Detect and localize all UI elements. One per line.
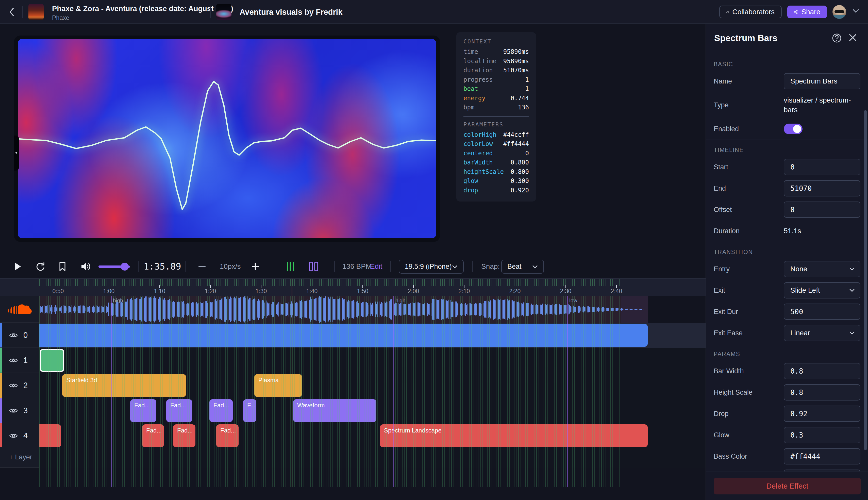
volume-button[interactable] [81,254,91,279]
layer-header-4[interactable]: 4 [0,423,39,448]
layer-header-0[interactable]: 0 [0,323,39,348]
field-control: 0 [784,202,860,218]
clip-f-[interactable]: F... [243,399,256,422]
field-control: 0.3 [784,427,860,443]
field-input[interactable]: 0.92 [784,406,860,422]
zoom-out-button[interactable] [198,254,206,279]
back-button[interactable] [5,0,18,24]
audio-track-lane[interactable] [39,296,706,323]
top-bar: Phaxe & Zora - Aventura (release date: A… [0,0,868,24]
marker-label: high [113,297,123,304]
add-layer-button[interactable]: + Layer [0,447,39,468]
layer-row-0[interactable] [39,323,706,348]
zoom-in-button[interactable] [252,254,259,279]
layer-row-3[interactable]: Fad...Fad...Fad...F...Waveform [39,398,706,423]
field-input[interactable]: 0.3 [784,427,860,443]
field-control: 0 [784,159,860,175]
user-menu-caret[interactable] [852,9,859,13]
field-label: Exit Ease [714,329,784,337]
context-label: progress [464,76,493,83]
field-input[interactable]: Spectrum Bars [784,73,860,89]
clip-fad-[interactable]: Fad... [209,399,233,422]
help-button[interactable] [832,33,842,43]
field-input[interactable]: 0.8 [784,384,860,400]
clip[interactable] [39,424,61,447]
field-input[interactable]: 0 [784,159,860,175]
play-button[interactable] [14,254,21,279]
layer-visibility-toggle[interactable] [9,357,18,363]
field-input[interactable]: 0.8 [784,363,860,379]
layer-row-2[interactable]: Starfield 3dPlasma [39,373,706,398]
layer-number: 1 [23,356,28,365]
layer-visibility-toggle[interactable] [9,433,18,439]
snap-select[interactable]: Beat [501,260,544,274]
delete-effect-button[interactable]: Delete Effect [714,478,861,495]
layer-visibility-toggle[interactable] [9,408,18,413]
volume-slider-thumb[interactable] [121,263,129,271]
timeline-ruler[interactable]: 0:501:001:101:201:301:401:502:002:102:20… [0,278,706,296]
layer-visibility-toggle[interactable] [9,332,18,338]
bookmark-button[interactable] [59,254,66,279]
field-input[interactable]: #ff4444 [784,448,860,465]
clip-starfield-3d[interactable]: Starfield 3d [62,374,186,397]
ruler-time-label: 2:00 [403,288,424,295]
enabled-toggle[interactable] [784,124,802,134]
clip-plasma[interactable]: Plasma [254,374,302,397]
context-row: time95890ms [464,47,529,57]
volume-slider[interactable] [99,265,130,268]
bpm-edit-link[interactable]: Edit [370,254,382,279]
clip-fad-[interactable]: Fad... [166,399,192,422]
playhead[interactable] [292,278,293,487]
layer-row-4[interactable]: Fad...Fad...Fad...Spectrum Landscape [39,423,706,448]
field-control: 500 [784,304,860,320]
project-thumbnail[interactable] [216,4,231,20]
layer-row-1[interactable] [39,348,706,373]
collaborators-label: Collaborators [732,8,775,16]
clip-fad-[interactable]: Fad... [216,424,239,447]
field-input[interactable]: 51070 [784,180,860,196]
field-input[interactable]: 0 [784,202,860,218]
divider [138,261,139,272]
bar-markers-toggle[interactable] [309,254,319,279]
field-label: Drop [714,410,784,418]
loop-button[interactable] [35,254,45,279]
album-art-thumbnail[interactable] [28,4,44,20]
marker-label: low [569,297,578,304]
clip-fad-[interactable]: Fad... [130,399,156,422]
field-select[interactable]: None [784,261,860,277]
layer-visibility-toggle[interactable] [9,383,18,388]
loop-icon [35,262,45,271]
avatar[interactable] [833,5,846,19]
field-row-duration: Duration51.1s [714,220,860,242]
panel-scrollbar-thumb[interactable] [864,110,867,450]
field-row-type: Typevisualizer / spectrum-bars [714,92,860,118]
clip[interactable] [39,324,648,347]
chevron-down-icon [532,265,538,269]
layer-header-3[interactable]: 3 [0,398,39,423]
clip-selected[interactable] [40,349,64,372]
side-drawer-handle[interactable] [14,136,19,171]
audio-track-header[interactable] [0,296,39,323]
clip-waveform[interactable]: Waveform [293,399,376,422]
field-input[interactable]: #44ccff [784,469,860,471]
close-icon [848,33,857,42]
field-select[interactable]: Linear [784,325,860,341]
layer-number: 3 [23,406,28,415]
clip-spectrum-landscape[interactable]: Spectrum Landscape [380,424,648,447]
panel-title: Spectrum Bars [714,33,777,43]
close-panel-button[interactable] [848,33,857,42]
beat-grid-toggle[interactable] [286,254,294,279]
layer-header-1[interactable]: 1 [0,348,39,373]
clip-fad-[interactable]: Fad... [173,424,195,447]
share-label: Share [801,8,820,16]
context-value: 1 [525,76,529,83]
field-select[interactable]: Slide Left [784,282,860,298]
aspect-ratio-select[interactable]: 19.5:9 (iPhone) [399,260,464,274]
layer-header-2[interactable]: 2 [0,373,39,398]
context-label: beat [464,85,478,92]
collaborators-button[interactable]: Collaborators [719,5,782,18]
layer-number: 2 [23,381,28,390]
field-input[interactable]: 500 [784,304,860,320]
clip-fad-[interactable]: Fad... [142,424,164,447]
share-button[interactable]: Share [787,5,827,18]
